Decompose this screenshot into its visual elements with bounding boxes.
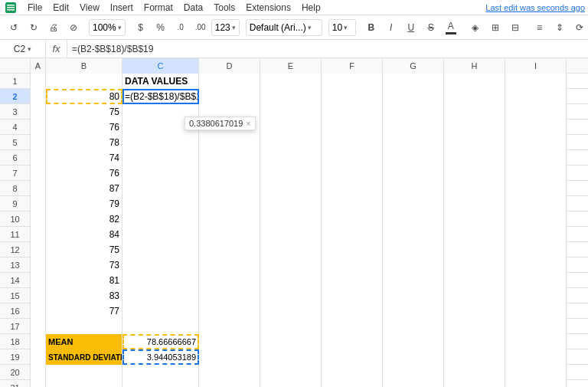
cell-h2[interactable] [444,89,505,104]
row-num-2[interactable]: 2 [0,89,31,103]
row-num-21[interactable]: 21 [0,380,31,387]
cell-c21[interactable] [122,380,199,387]
cell-f14[interactable] [322,273,383,288]
cell-e6[interactable] [260,150,322,166]
cell-c19[interactable]: 3.944053189 [122,349,199,365]
text-color-button[interactable]: A [442,18,460,37]
cell-e18[interactable] [260,334,322,349]
cell-h15[interactable] [444,288,505,303]
cell-d17[interactable] [199,319,260,334]
col-header-g[interactable]: G [383,58,444,74]
cell-f19[interactable] [322,349,383,365]
cell-f15[interactable] [322,288,383,303]
cell-i9[interactable] [505,196,567,212]
cell-d7[interactable] [199,166,260,181]
cell-g20[interactable] [383,365,444,380]
cell-b8[interactable]: 87 [46,181,122,196]
cell-a20[interactable] [31,365,46,380]
col-header-b[interactable]: B [46,58,122,74]
cell-a21[interactable] [31,380,46,387]
cell-d15[interactable] [199,288,260,303]
cell-c12[interactable] [122,242,199,257]
print-button[interactable]: 🖨 [44,18,63,37]
col-header-e[interactable]: E [260,58,322,74]
cell-b1[interactable] [46,74,122,89]
borders-button[interactable]: ⊞ [486,18,505,37]
row-num-12[interactable]: 12 [0,242,31,257]
cell-a8[interactable] [31,181,46,196]
cell-c15[interactable] [122,288,199,303]
cell-g3[interactable] [383,104,444,120]
cell-i18[interactable] [505,334,567,349]
cell-e9[interactable] [260,196,322,212]
cell-b13[interactable]: 73 [46,257,122,273]
row-num-10[interactable]: 10 [0,212,31,226]
row-num-3[interactable]: 3 [0,104,31,119]
cell-reference[interactable]: C2 ▾ [0,40,46,58]
align-h-button[interactable]: ≡ [531,18,549,37]
formula-content[interactable]: =(B2-$B$18)/$B$19 [67,44,588,54]
underline-button[interactable]: U [402,18,420,37]
cell-h18[interactable] [444,334,505,349]
cell-a7[interactable] [31,166,46,181]
row-num-9[interactable]: 9 [0,196,31,211]
cell-b19[interactable]: STANDARD DEVIATION [46,349,122,365]
cell-h8[interactable] [444,181,505,196]
cell-a12[interactable] [31,242,46,257]
cell-b7[interactable]: 76 [46,166,122,181]
italic-button[interactable]: I [382,18,400,37]
cell-d5[interactable] [199,135,260,150]
row-num-19[interactable]: 19 [0,349,31,364]
cell-h14[interactable] [444,273,505,288]
cell-f1[interactable] [322,74,383,89]
merge-button[interactable]: ⊟ [506,18,524,37]
cell-b6[interactable]: 74 [46,150,122,166]
cell-b18[interactable]: MEAN [46,334,122,349]
cell-h19[interactable] [444,349,505,365]
cell-c1[interactable]: DATA VALUES [122,74,199,89]
cell-b10[interactable]: 82 [46,212,122,227]
row-num-11[interactable]: 11 [0,227,31,241]
decimal-inc-button[interactable]: .00 [191,18,210,37]
col-header-d[interactable]: D [199,58,260,74]
cell-a16[interactable] [31,303,46,319]
cell-e16[interactable] [260,303,322,319]
cell-e5[interactable] [260,135,322,150]
row-num-5[interactable]: 5 [0,135,31,149]
cell-c14[interactable] [122,273,199,288]
cell-b4[interactable]: 76 [46,120,122,135]
cell-c13[interactable] [122,257,199,273]
cell-e4[interactable] [260,120,322,135]
cell-f2[interactable] [322,89,383,104]
cell-c17[interactable] [122,319,199,334]
menu-tools[interactable]: Tools [209,1,240,15]
fill-color-button[interactable]: ◈ [466,18,485,37]
cell-d3[interactable] [199,104,260,120]
cell-h11[interactable] [444,227,505,242]
cell-c4[interactable] [122,120,199,135]
cell-i8[interactable] [505,181,567,196]
cell-i19[interactable] [505,349,567,365]
cell-c20[interactable] [122,365,199,380]
cell-d21[interactable] [199,380,260,387]
row-num-14[interactable]: 14 [0,273,31,287]
cell-a11[interactable] [31,227,46,242]
cell-a10[interactable] [31,212,46,227]
cell-h17[interactable] [444,319,505,334]
menu-file[interactable]: File [23,1,47,15]
cell-c18[interactable]: 78.66666667 [122,334,199,349]
cell-b15[interactable]: 83 [46,288,122,303]
cell-g15[interactable] [383,288,444,303]
cell-i2[interactable] [505,89,567,104]
menu-help[interactable]: Help [297,1,325,15]
cell-i17[interactable] [505,319,567,334]
cell-f8[interactable] [322,181,383,196]
cell-c10[interactable] [122,212,199,227]
cell-g8[interactable] [383,181,444,196]
cell-e8[interactable] [260,181,322,196]
cell-h16[interactable] [444,303,505,319]
cell-b9[interactable]: 79 [46,196,122,212]
menu-format[interactable]: Format [139,1,178,15]
cell-b16[interactable]: 77 [46,303,122,319]
col-header-a[interactable]: A [31,58,46,74]
